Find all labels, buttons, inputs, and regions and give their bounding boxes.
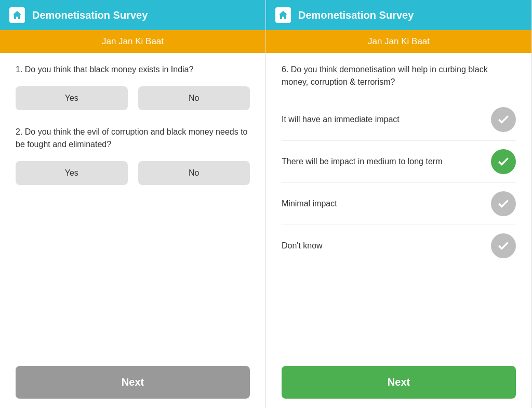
- q2-yes-button[interactable]: Yes: [16, 161, 128, 185]
- sub-header-1: Jan Jan Ki Baat: [0, 30, 265, 53]
- option-check-4[interactable]: [491, 233, 516, 258]
- option-check-2[interactable]: [491, 149, 516, 174]
- content-1: 1. Do you think that black money exists …: [0, 53, 265, 357]
- q2-button-row: Yes No: [16, 161, 250, 185]
- option-label-4: Don't know: [282, 240, 491, 252]
- question-6: 6. Do you think demonetisation will help…: [282, 63, 516, 88]
- header-title-1: Demonetisation Survey: [32, 9, 148, 21]
- home-icon-2[interactable]: [275, 7, 291, 23]
- q1-no-button[interactable]: No: [138, 86, 250, 110]
- q2-no-button[interactable]: No: [138, 161, 250, 185]
- panel-2: Demonetisation Survey Jan Jan Ki Baat 6.…: [266, 0, 532, 408]
- home-icon-1[interactable]: [9, 7, 25, 23]
- option-label-3: Minimal impact: [282, 198, 491, 209]
- option-label-1: It will have an immediate impact: [282, 114, 491, 125]
- header-2: Demonetisation Survey: [266, 0, 531, 30]
- panel-1: Demonetisation Survey Jan Jan Ki Baat 1.…: [0, 0, 266, 408]
- option-check-3[interactable]: [491, 191, 516, 216]
- q1-button-row: Yes No: [16, 86, 250, 110]
- content-2: 6. Do you think demonetisation will help…: [266, 53, 531, 357]
- option-row-4: Don't know: [282, 225, 516, 267]
- question-1: 1. Do you think that black money exists …: [16, 63, 250, 76]
- question-2: 2. Do you think the evil of corruption a…: [16, 126, 250, 151]
- footer-2: Next: [266, 357, 531, 408]
- header-title-2: Demonetisation Survey: [298, 9, 414, 21]
- footer-1: Next: [0, 357, 265, 408]
- next-button-2[interactable]: Next: [282, 366, 516, 399]
- q1-yes-button[interactable]: Yes: [16, 86, 128, 110]
- next-button-1[interactable]: Next: [16, 366, 250, 399]
- option-row-2: There will be impact in medium to long t…: [282, 141, 516, 183]
- option-row-1: It will have an immediate impact: [282, 99, 516, 141]
- option-row-3: Minimal impact: [282, 183, 516, 225]
- option-check-1[interactable]: [491, 107, 516, 132]
- sub-header-2: Jan Jan Ki Baat: [266, 30, 531, 53]
- header-1: Demonetisation Survey: [0, 0, 265, 30]
- option-label-2: There will be impact in medium to long t…: [282, 156, 491, 167]
